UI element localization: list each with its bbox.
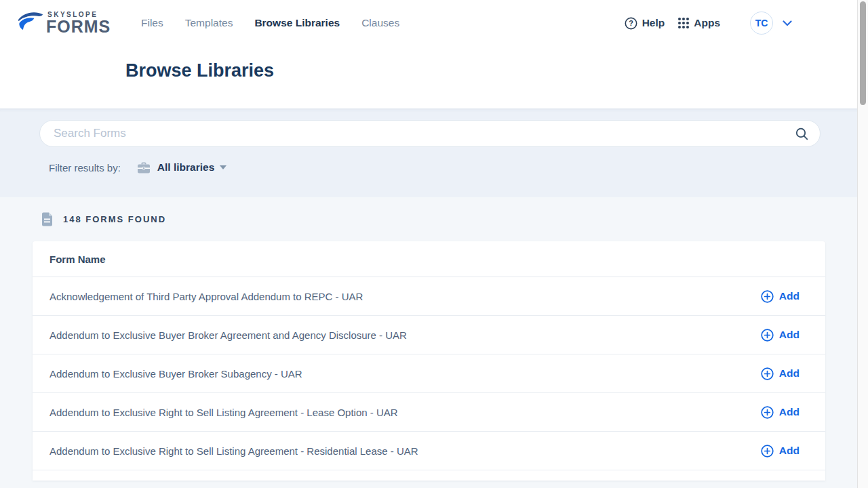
search-section: Filter results by: All libraries [0,108,868,197]
plus-circle-icon [761,406,774,419]
form-name: Addendum to Exclusive Right to Sell List… [50,407,398,418]
table-header-row: Form Name [33,241,825,277]
table-row-partial [33,470,825,481]
plus-circle-icon [761,290,774,303]
add-form-button[interactable]: Add [761,329,800,342]
add-button-label: Add [779,406,800,418]
add-button-label: Add [779,367,800,380]
filter-label: Filter results by: [49,162,121,174]
filter-selected-value: All libraries [157,161,214,174]
table-row[interactable]: Addendum to Exclusive Right to Sell List… [33,432,825,470]
apps-label: Apps [694,17,720,29]
add-form-button[interactable]: Add [761,367,800,380]
page-title: Browse Libraries [125,60,868,81]
nav-item-browse-libraries[interactable]: Browse Libraries [254,17,340,29]
search-box [39,120,821,147]
add-form-button[interactable]: Add [761,290,800,303]
vertical-scrollbar-thumb[interactable] [860,1,866,105]
caret-down-icon [220,165,226,169]
chevron-down-icon [783,20,792,26]
nav-item-files[interactable]: Files [141,17,163,29]
form-name: Addendum to Exclusive Buyer Broker Agree… [50,329,407,341]
document-icon [41,212,53,226]
page-title-row: Browse Libraries [0,60,868,81]
search-button[interactable] [795,127,809,141]
plus-circle-icon [761,329,774,342]
results-section: 148 FORMS FOUND Form Name Acknowledgemen… [0,197,868,481]
results-count-text: 148 FORMS FOUND [63,214,166,224]
avatar-initials: TC [755,18,768,28]
table-row[interactable]: Addendum to Exclusive Buyer Broker Subag… [33,354,825,393]
form-name: Addendum to Exclusive Right to Sell List… [50,445,418,457]
header-actions: ? Help Apps TC [625,12,792,35]
help-button[interactable]: ? Help [625,17,665,30]
apps-button[interactable]: Apps [678,17,720,29]
filter-row: Filter results by: All libraries [49,161,821,174]
add-button-label: Add [779,445,800,457]
search-icon [795,127,809,141]
skyslope-logo[interactable]: SKYSLOPE FORMS [15,9,126,37]
nav-item-templates[interactable]: Templates [185,17,233,29]
help-icon: ? [625,17,637,30]
results-count: 148 FORMS FOUND [0,212,868,226]
avatar[interactable]: TC [750,12,773,35]
vertical-scrollbar-track[interactable] [857,0,868,488]
account-menu-toggle[interactable] [783,20,792,26]
skyslope-swoosh-icon [15,9,45,37]
table-row[interactable]: Addendum to Exclusive Buyer Broker Agree… [33,316,825,354]
apps-grid-icon [678,18,689,28]
plus-circle-icon [761,445,774,458]
add-form-button[interactable]: Add [761,445,800,458]
table-header-form-name: Form Name [50,253,106,265]
main-nav: Files Templates Browse Libraries Clauses [141,17,399,29]
table-row[interactable]: Addendum to Exclusive Right to Sell List… [33,393,825,432]
forms-table-card: Form Name Acknowledgement of Third Party… [33,241,825,481]
add-form-button[interactable]: Add [761,406,800,419]
table-row[interactable]: Acknowledgement of Third Party Approval … [33,277,825,316]
logo-text: SKYSLOPE FORMS [46,11,111,35]
nav-item-clauses[interactable]: Clauses [361,17,399,29]
svg-text:?: ? [629,19,633,27]
help-label: Help [642,17,665,29]
app-header: SKYSLOPE FORMS Files Templates Browse Li… [0,0,868,108]
plus-circle-icon [761,367,774,380]
briefcase-icon [137,162,151,174]
topbar: SKYSLOPE FORMS Files Templates Browse Li… [0,0,868,46]
form-name: Addendum to Exclusive Buyer Broker Subag… [50,368,302,380]
add-button-label: Add [779,290,800,302]
library-filter-dropdown[interactable]: All libraries [137,161,226,174]
add-button-label: Add [779,329,800,341]
form-name: Acknowledgement of Third Party Approval … [50,291,363,302]
search-input[interactable] [54,127,795,140]
logo-text-forms: FORMS [46,18,111,35]
